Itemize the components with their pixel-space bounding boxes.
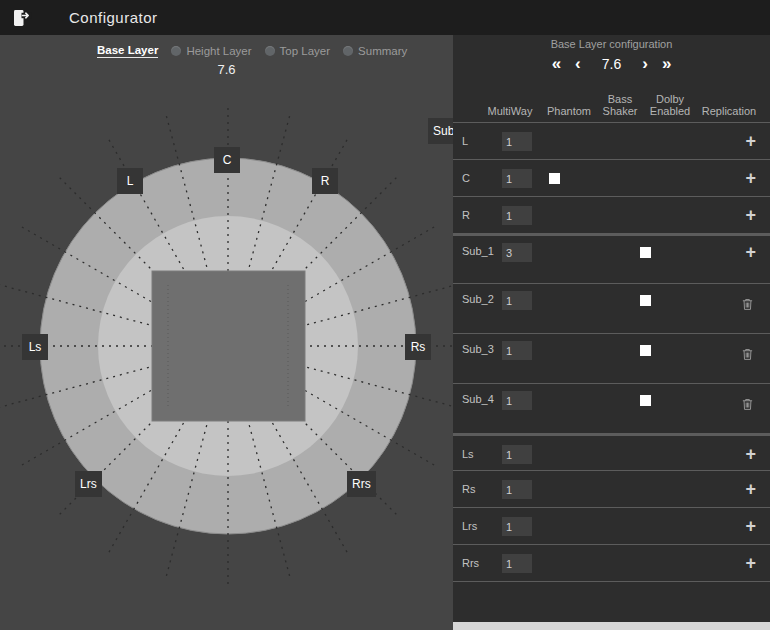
tab-top-layer[interactable]: Top Layer <box>265 45 331 57</box>
tab-summary[interactable]: Summary <box>343 45 407 57</box>
nav-first-button[interactable]: « <box>545 53 568 75</box>
speaker-label-lrs: Lrs <box>75 471 102 497</box>
trash-icon <box>741 297 754 311</box>
row-label: Ls <box>462 448 474 460</box>
multiway-input[interactable] <box>502 341 532 360</box>
speaker-row-sub1: Sub_1 + <box>453 233 770 283</box>
row-label: Sub_1 <box>462 245 494 257</box>
speaker-row-l: L + <box>453 122 770 159</box>
speaker-row-rrs: Rrs + <box>453 544 770 581</box>
add-replication-button[interactable]: + <box>745 478 756 500</box>
row-label: L <box>462 135 468 147</box>
speaker-row-r: R + <box>453 196 770 233</box>
column-phantom: Phantom <box>547 105 591 117</box>
bass-shaker-checkbox[interactable] <box>640 395 651 406</box>
bass-shaker-checkbox[interactable] <box>640 345 651 356</box>
speaker-label-r: R <box>312 168 338 194</box>
speaker-row-lrs: Lrs + <box>453 507 770 544</box>
radio-dot-icon <box>171 46 181 56</box>
bass-shaker-checkbox[interactable] <box>640 247 651 258</box>
multiway-input[interactable] <box>502 445 532 464</box>
speaker-label-rs: Rs <box>405 334 431 360</box>
column-dolby-enabled: Dolby Enabled <box>644 93 696 117</box>
speaker-row-sub2: Sub_2 <box>453 283 770 333</box>
column-replication: Replication <box>702 105 756 117</box>
phantom-checkbox[interactable] <box>549 173 560 184</box>
current-config-label: 7.6 <box>0 62 453 77</box>
radio-dot-icon <box>343 46 353 56</box>
add-replication-button[interactable]: + <box>745 241 756 263</box>
table-header: MultiWay Phantom Bass Shaker Dolby Enabl… <box>453 78 770 122</box>
speaker-label-c: C <box>214 147 240 173</box>
exit-icon[interactable] <box>9 6 33 30</box>
speaker-row-c: C + <box>453 159 770 196</box>
tab-base-layer[interactable]: Base Layer <box>97 44 158 58</box>
add-replication-button[interactable]: + <box>745 515 756 537</box>
row-label: Sub_2 <box>462 293 494 305</box>
add-replication-button[interactable]: + <box>745 167 756 189</box>
horizontal-scrollbar[interactable] <box>453 622 770 630</box>
column-bass-shaker: Bass Shaker <box>597 93 643 117</box>
speaker-table: L + C + R + Sub_1 + Sub_2 <box>453 122 770 582</box>
row-label: Sub_3 <box>462 343 494 355</box>
app-title: Configurator <box>69 9 158 26</box>
delete-speaker-button[interactable] <box>741 297 754 314</box>
multiway-input[interactable] <box>502 480 532 499</box>
row-label: Lrs <box>462 520 477 532</box>
row-label: Sub_4 <box>462 393 494 405</box>
top-bar: Configurator <box>0 0 770 35</box>
add-replication-button[interactable]: + <box>745 130 756 152</box>
nav-last-button[interactable]: » <box>655 53 678 75</box>
multiway-input[interactable] <box>502 554 532 573</box>
multiway-input[interactable] <box>502 206 532 225</box>
layer-tabs: Base Layer Height Layer Top Layer Summar… <box>97 44 407 58</box>
speaker-label-sub: Sub <box>428 118 453 144</box>
config-navigator: « ‹ 7.6 › » <box>453 51 770 77</box>
speaker-layout-canvas: C L R Ls Rs Lrs Rrs Sub Base Layer Heigh… <box>0 35 453 630</box>
trash-icon <box>741 397 754 411</box>
row-label: Rs <box>462 483 475 495</box>
speaker-row-ls: Ls + <box>453 433 770 470</box>
row-label: Rrs <box>462 557 479 569</box>
tab-height-layer[interactable]: Height Layer <box>171 45 251 57</box>
speaker-layout-diagram <box>0 35 453 630</box>
speaker-row-rs: Rs + <box>453 470 770 507</box>
multiway-input[interactable] <box>502 169 532 188</box>
bass-shaker-checkbox[interactable] <box>640 295 651 306</box>
multiway-input[interactable] <box>502 517 532 536</box>
trash-icon <box>741 347 754 361</box>
multiway-input[interactable] <box>502 132 532 151</box>
speaker-label-ls: Ls <box>22 334 48 360</box>
speaker-label-rrs: Rrs <box>347 471 376 497</box>
delete-speaker-button[interactable] <box>741 347 754 364</box>
multiway-input[interactable] <box>502 243 532 262</box>
multiway-input[interactable] <box>502 391 532 410</box>
panel-title: Base Layer configuration <box>453 38 770 50</box>
add-replication-button[interactable]: + <box>745 204 756 226</box>
add-replication-button[interactable]: + <box>745 552 756 574</box>
nav-prev-button[interactable]: ‹ <box>568 53 588 75</box>
add-replication-button[interactable]: + <box>745 443 756 465</box>
nav-config-value: 7.6 <box>602 56 621 72</box>
multiway-input[interactable] <box>502 291 532 310</box>
speaker-row-sub3: Sub_3 <box>453 333 770 383</box>
delete-speaker-button[interactable] <box>741 397 754 414</box>
room-square <box>152 271 305 421</box>
column-multiway: MultiWay <box>488 105 533 117</box>
base-layer-config-panel: Base Layer configuration « ‹ 7.6 › » Mul… <box>453 35 770 630</box>
nav-next-button[interactable]: › <box>635 53 655 75</box>
row-label: C <box>462 172 470 184</box>
speaker-label-l: L <box>117 168 143 194</box>
radio-dot-icon <box>265 46 275 56</box>
speaker-row-sub4: Sub_4 <box>453 383 770 433</box>
row-label: R <box>462 209 470 221</box>
